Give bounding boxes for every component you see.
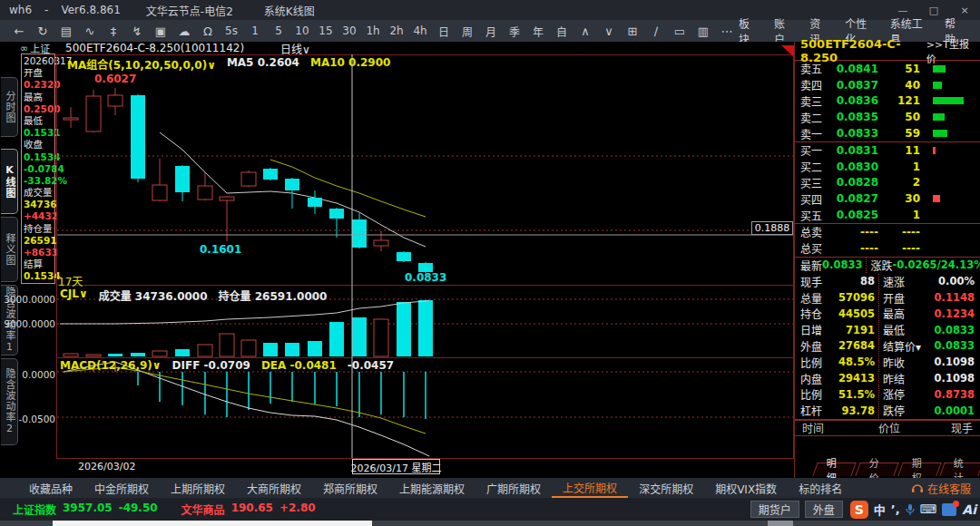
detail-label: 最新 (800, 258, 822, 273)
volume-bar (220, 334, 234, 356)
quote-tab-分价[interactable]: 分价 (855, 463, 898, 476)
candlestick-icon[interactable]: ‡ (103, 22, 123, 40)
bid-row[interactable]: 买五0.08251 (795, 207, 980, 223)
macd-legend[interactable]: MACD(12,26,9)∨ DIFF -0.0709 DEA -0.0481 … (60, 359, 394, 372)
ai-assistant-icon[interactable]: Ai (962, 502, 976, 517)
candle-body (308, 198, 322, 207)
volume-bar (175, 349, 190, 356)
ma-combo-label[interactable]: MA组合(5,10,20,50,0,0)∨ (67, 56, 216, 72)
quote-tab-明细[interactable]: 明细 (812, 463, 856, 476)
sidebar-tab-K线图[interactable]: K线图 (1, 149, 18, 214)
exchange-tab-广期所期权[interactable]: 广期所期权 (475, 478, 552, 498)
exchange-tab-收藏品种[interactable]: 收藏品种 (18, 478, 83, 498)
period-button-5s[interactable]: 5s (222, 22, 240, 40)
macd-value: -0.0457 (348, 359, 394, 372)
period-button-月[interactable]: 月 (482, 22, 500, 40)
ohlc-field: 开盘 (24, 67, 53, 79)
sogou-logo-icon[interactable]: S (850, 501, 868, 519)
period-button-季[interactable]: 季 (505, 22, 524, 40)
candle-body (108, 95, 122, 106)
rectangle-tool-icon[interactable]: ▭ (670, 22, 690, 40)
back-icon[interactable]: ← (9, 22, 29, 40)
exchange-tab-上期所期权[interactable]: 上期所期权 (160, 478, 236, 498)
detail-value: 0.1234 (905, 307, 975, 320)
alert-bell-icon[interactable]: Ω (198, 22, 218, 40)
microphone-icon[interactable] (906, 503, 915, 516)
punctuation-mode-icon[interactable]: ’, (891, 502, 900, 516)
volume-bar (263, 343, 278, 356)
cjl-indicator-label[interactable]: CJL∨ (60, 287, 88, 303)
exchange-tab-大商所期权[interactable]: 大商所期权 (236, 478, 312, 498)
soft-keyboard-icon[interactable]: ⌨ (920, 502, 937, 516)
kline-chart-canvas[interactable] (56, 42, 794, 478)
ask-row[interactable]: 卖四0.083740 (795, 77, 980, 93)
bid-row[interactable]: 买三0.08282 (795, 175, 980, 191)
total-row: 总买-------- (795, 240, 980, 257)
period-button-周[interactable]: 周 (458, 22, 476, 40)
ma-legend[interactable]: MA组合(5,10,20,50,0,0)∨ MA5 0.2604 MA10 0.… (67, 56, 390, 72)
overseas-market-button[interactable]: 外盘 (805, 501, 843, 518)
bid-row[interactable]: 买二0.08301 (795, 159, 980, 175)
refresh-icon[interactable]: ↻ (33, 22, 53, 40)
quote-detail-row: 外盘27684结算价▾0.0833 (795, 338, 980, 355)
line-chart-icon[interactable]: ∿ (80, 22, 100, 40)
detail-value: 0.1098 (905, 372, 975, 385)
index-value: 190.65 (231, 502, 273, 517)
period-button-日[interactable]: 日 (435, 22, 453, 40)
detail-value: 0.8738 (905, 388, 975, 401)
period-button-4h[interactable]: 4h (411, 22, 429, 40)
lightning-strike-icon[interactable]: ↯ (127, 22, 147, 40)
chart-box-icon[interactable]: ▣ (151, 22, 171, 40)
period-button-5[interactable]: 5 (270, 22, 288, 40)
sidebar-tab-释义图[interactable]: 释义图 (1, 217, 18, 282)
cloud-download-icon[interactable]: ☁ (174, 22, 194, 40)
doc-list-icon[interactable]: ▥ (693, 22, 713, 40)
quote-detail-row: 最新0.0833涨跌-0.0265/24.13% (795, 258, 980, 274)
exchange-tab-期权VIX指数[interactable]: 期权VIX指数 (704, 478, 788, 498)
exchange-tab-上期能源期权[interactable]: 上期能源期权 (388, 478, 475, 498)
chinese-mode-icon[interactable]: 中 (874, 501, 886, 518)
kline-chart-area[interactable]: 500ETF2604-C-8.250(10011142) 日线∨ MA组合(5,… (56, 42, 794, 478)
quote-tab-统计[interactable]: 统计 (940, 463, 980, 476)
quote-tab-期权[interactable]: 期权 (897, 463, 941, 476)
period-button-1h[interactable]: 1h (364, 22, 382, 40)
taskbar-window-preview[interactable] (53, 521, 372, 526)
ohlc-field: +8633 (24, 247, 53, 258)
bid-row[interactable]: 买一0.083111 (795, 142, 980, 159)
bid-row[interactable]: 买四0.082730 (795, 190, 980, 207)
ask-row[interactable]: 卖二0.083550 (795, 109, 980, 125)
exchange-tab-标的排名[interactable]: 标的排名 (788, 478, 853, 498)
macd-indicator-label[interactable]: MACD(12,26,9)∨ (60, 359, 162, 372)
candle-body (175, 166, 190, 192)
period-button-1[interactable]: 1 (246, 22, 264, 40)
insert-pane-icon[interactable]: ⊞ (622, 22, 642, 40)
futures-account-button[interactable]: 期货户 (750, 501, 799, 518)
more-icon[interactable]: ⋯ (717, 22, 737, 40)
period-button-2h[interactable]: 2h (387, 22, 406, 40)
online-service-button[interactable]: 在线客服 (911, 481, 971, 496)
detail-label: 日增 (800, 322, 822, 337)
exchange-tab-郑商所期权[interactable]: 郑商所期权 (312, 478, 388, 498)
period-button-自[interactable]: 自 (553, 22, 571, 40)
period-button-15[interactable]: 15 (317, 22, 335, 40)
period-button-30[interactable]: 30 (340, 22, 358, 40)
quote-detail-row: 现手88速涨0.00% (795, 273, 980, 289)
sidebar-tab-分时图[interactable]: 分时图 (1, 77, 18, 137)
exchange-tab-深交所期权[interactable]: 深交所期权 (628, 478, 704, 498)
draw-line-icon[interactable]: ∕ (646, 22, 666, 40)
skin-icon[interactable] (942, 503, 956, 516)
collapse-down-icon[interactable]: ∨ (599, 22, 619, 40)
period-button-10[interactable]: 10 (293, 22, 311, 40)
online-service-label[interactable]: 在线客服 (927, 481, 971, 496)
ask-row[interactable]: 卖一0.083359 (795, 125, 980, 141)
volume-bar (64, 354, 78, 356)
t-quote-link[interactable]: >>T型报价 (926, 36, 975, 65)
exchange-tab-中金所期权[interactable]: 中金所期权 (83, 478, 160, 498)
volume-legend[interactable]: CJL∨ 成交量 34736.0000 持仓量 26591.0000 (60, 287, 327, 303)
ohlc-field: -0.0784 (24, 163, 53, 175)
exchange-tab-上交所期权[interactable]: 上交所期权 (552, 478, 628, 498)
quote-table-icon[interactable]: ▤ (56, 22, 76, 40)
collapse-up-icon[interactable]: ∧ (575, 22, 595, 40)
ask-row[interactable]: 卖三0.0836121 (795, 93, 980, 110)
period-button-年[interactable]: 年 (529, 22, 547, 40)
